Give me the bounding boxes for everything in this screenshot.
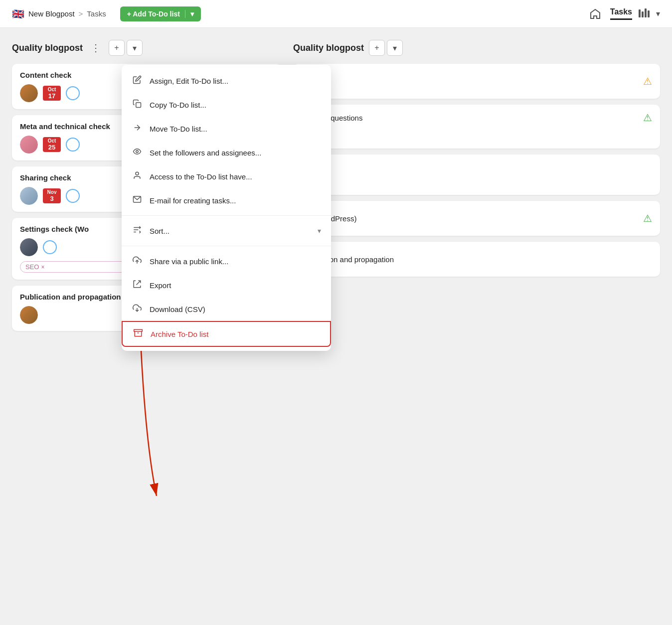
seo-remove-icon[interactable]: × <box>41 264 44 271</box>
arrow-right-icon <box>132 123 143 134</box>
menu-label-assign-edit: Assign, Edit To-Do list... <box>150 77 228 85</box>
top-nav: 🇬🇧 New Blogpost > Tasks + Add To-Do list… <box>0 0 672 28</box>
eye-icon <box>132 147 143 158</box>
date-badge-content-check: Oct 17 <box>43 86 61 101</box>
menu-label-download: Download (CSV) <box>150 305 205 313</box>
export-icon <box>132 280 143 291</box>
left-column: Quality blogpost ⋮ + ▾ Content check Oct… <box>12 40 281 613</box>
menu-label-followers: Set the followers and assignees... <box>150 149 261 157</box>
add-todo-button[interactable]: + Add To-Do list ▾ <box>120 6 201 21</box>
right-task-meta[interactable]: echnical questions ⚠ <box>293 105 660 149</box>
right-column: Quality blogpost + ▾ eck ⚠ echnical ques… <box>293 40 660 613</box>
three-dots-button[interactable]: ⋮ <box>88 41 104 55</box>
menu-item-copy[interactable]: Copy To-Do list... <box>122 93 331 117</box>
svg-rect-14 <box>134 329 143 331</box>
right-task-settings[interactable]: eck (WordPress) ⚠ <box>293 201 660 236</box>
menu-divider-2 <box>122 246 331 246</box>
right-dropdown-button[interactable]: ▾ <box>387 40 403 56</box>
dropdown-menu: Assign, Edit To-Do list... Copy To-Do li… <box>122 65 331 351</box>
left-column-header: Quality blogpost ⋮ + ▾ <box>12 40 281 56</box>
copy-icon <box>132 99 143 110</box>
nav-right: Tasks ▾ <box>586 5 660 23</box>
menu-label-sort: Sort... <box>150 227 169 235</box>
tasks-tab[interactable]: Tasks <box>610 7 632 20</box>
menu-item-share[interactable]: Share via a public link... <box>122 249 331 273</box>
nav-dropdown-arrow[interactable]: ▾ <box>656 9 660 18</box>
menu-item-assign-edit[interactable]: Assign, Edit To-Do list... <box>122 69 331 93</box>
person-icon <box>132 171 143 182</box>
menu-label-share: Share via a public link... <box>150 257 228 266</box>
chart-icon[interactable] <box>638 7 650 20</box>
menu-divider-1 <box>122 215 331 216</box>
menu-item-email[interactable]: E-mail for creating tasks... <box>122 188 331 212</box>
project-breadcrumb[interactable]: New Blogpost <box>28 9 75 18</box>
menu-label-archive: Archive To-Do list <box>151 330 208 338</box>
sort-left: Sort... <box>132 225 169 236</box>
home-button[interactable] <box>586 5 604 23</box>
svg-rect-1 <box>642 11 644 17</box>
right-column-title: Quality blogpost <box>293 43 364 53</box>
pencil-icon <box>132 75 143 86</box>
date-badge-sharing: Nov 3 <box>43 188 61 203</box>
svg-rect-2 <box>645 8 647 17</box>
avatar-meta <box>20 136 38 154</box>
share-icon <box>132 256 143 267</box>
menu-item-move[interactable]: Move To-Do list... <box>122 117 331 141</box>
right-column-header: Quality blogpost + ▾ <box>293 40 660 56</box>
sort-icon <box>132 225 143 236</box>
right-col-actions: + ▾ <box>369 40 403 56</box>
tasks-breadcrumb[interactable]: Tasks <box>87 9 106 18</box>
circle-check-sharing[interactable] <box>66 189 80 203</box>
flag-icon: 🇬🇧 <box>12 8 24 20</box>
left-col-actions: + ▾ <box>109 40 143 56</box>
add-todo-dropdown-arrow[interactable]: ▾ <box>185 10 194 18</box>
svg-rect-4 <box>136 103 141 108</box>
menu-item-followers[interactable]: Set the followers and assignees... <box>122 141 331 164</box>
menu-label-access: Access to the To-Do list have... <box>150 172 252 181</box>
menu-item-archive[interactable]: Archive To-Do list <box>122 321 331 347</box>
avatar-pub <box>20 306 38 324</box>
left-add-button[interactable]: + <box>109 40 125 56</box>
envelope-icon <box>132 195 143 206</box>
menu-label-move: Move To-Do list... <box>150 125 207 133</box>
circle-check-meta[interactable] <box>66 138 80 152</box>
main-content: Quality blogpost ⋮ + ▾ Content check Oct… <box>0 28 672 625</box>
archive-icon <box>133 328 144 339</box>
warning-icon-content: ⚠ <box>643 75 652 87</box>
date-badge-meta: Oct 25 <box>43 137 61 152</box>
circle-check-content-check[interactable] <box>66 86 80 100</box>
menu-label-export: Export <box>150 281 171 290</box>
svg-rect-3 <box>648 10 650 17</box>
sort-chevron-icon: ▾ <box>318 227 321 235</box>
svg-point-7 <box>136 172 139 175</box>
right-add-button[interactable]: + <box>369 40 385 56</box>
breadcrumb-separator: > <box>79 9 83 18</box>
right-task-sharing[interactable]: ck <box>293 155 660 195</box>
menu-label-email: E-mail for creating tasks... <box>150 196 236 205</box>
warning-green-settings: ⚠ <box>643 212 652 224</box>
circle-check-settings[interactable] <box>43 240 57 254</box>
svg-rect-0 <box>639 9 641 17</box>
menu-item-download[interactable]: Download (CSV) <box>122 297 331 321</box>
menu-item-access[interactable]: Access to the To-Do list have... <box>122 164 331 188</box>
menu-label-copy: Copy To-Do list... <box>150 101 206 109</box>
avatar-settings <box>20 238 38 256</box>
nav-left: 🇬🇧 New Blogpost > Tasks + Add To-Do list… <box>12 6 201 21</box>
warning-green-meta: ⚠ <box>643 112 652 124</box>
right-pub-card[interactable]: Publication and propagation <box>293 242 660 277</box>
menu-item-export[interactable]: Export <box>122 273 331 297</box>
menu-item-sort[interactable]: Sort... ▾ <box>122 219 331 243</box>
left-column-title: Quality blogpost <box>12 43 83 53</box>
left-dropdown-button[interactable]: ▾ <box>127 40 143 56</box>
right-task-content-check[interactable]: eck ⚠ <box>293 64 660 99</box>
avatar-content-check <box>20 84 38 102</box>
avatar-sharing <box>20 187 38 205</box>
svg-point-6 <box>136 151 139 153</box>
seo-label: SEO <box>25 263 39 271</box>
add-todo-label: + Add To-Do list <box>127 10 185 18</box>
download-icon <box>132 304 143 314</box>
